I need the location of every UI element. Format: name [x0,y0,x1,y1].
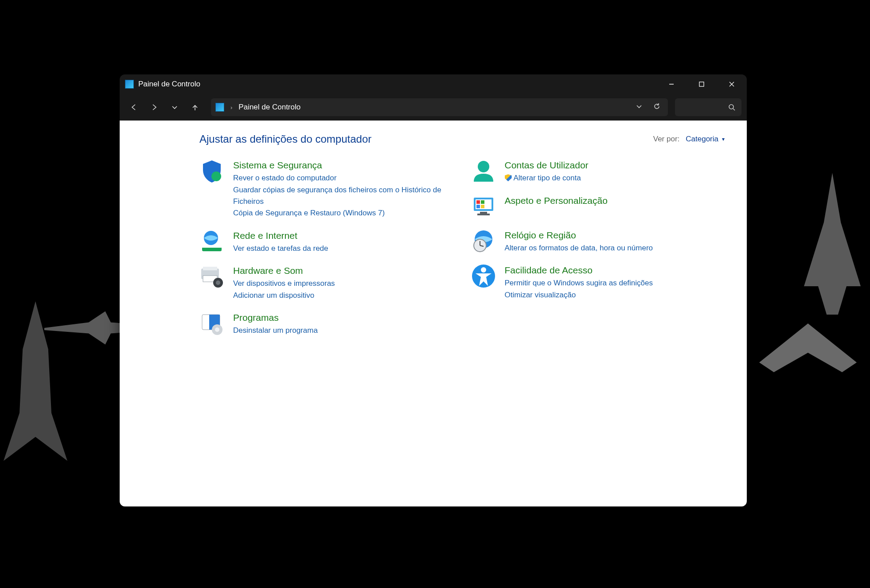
link-add-device[interactable]: Adicionar um dispositivo [233,290,335,301]
category-title[interactable]: Contas de Utilizador [505,160,589,171]
category-appearance: Aspeto e Personalização [471,194,725,219]
view-by-value: Categoria [686,135,718,144]
link-change-account-type[interactable]: Alterar tipo de conta [505,172,589,184]
breadcrumb-item[interactable]: Painel de Controlo [238,103,300,112]
category-network-internet: Rede e Internet Ver estado e tarefas da … [199,229,453,255]
link-backup-restore[interactable]: Cópia de Segurança e Restauro (Windows 7… [233,207,453,219]
link-date-time-formats[interactable]: Alterar os formatos de data, hora ou núm… [505,242,653,254]
navigation-toolbar: › Painel de Controlo [120,94,747,121]
forward-button[interactable] [145,98,163,116]
uac-shield-icon [505,174,512,181]
search-box[interactable] [675,98,741,116]
minimize-button[interactable] [656,74,687,94]
svg-point-9 [729,105,733,109]
category-programs: Programas Desinstalar um programa [199,311,453,337]
svg-rect-28 [481,200,484,204]
svg-rect-30 [481,205,484,208]
wallpaper-jet-icon [804,173,861,315]
svg-point-19 [216,280,220,285]
back-button[interactable] [125,98,143,116]
svg-rect-16 [203,267,217,270]
category-user-accounts: Contas de Utilizador Alterar tipo de con… [471,159,725,184]
link-network-status[interactable]: Ver estado e tarefas da rede [233,243,328,254]
svg-point-23 [215,327,219,332]
address-bar-icon [215,103,224,112]
wallpaper-wing-icon [759,319,857,377]
svg-line-10 [733,109,735,110]
link-suggest-settings[interactable]: Permitir que o Windows sugira as definiç… [505,277,653,289]
clock-globe-icon [471,229,496,253]
svg-marker-3 [759,323,857,372]
svg-marker-2 [804,173,861,315]
category-clock-region: Relógio e Região Alterar os formatos de … [471,229,725,254]
category-title[interactable]: Aspeto e Personalização [505,195,608,206]
svg-point-24 [478,161,489,172]
control-panel-app-icon [125,80,134,89]
svg-marker-1 [4,301,67,461]
printer-camera-icon [199,264,224,289]
link-uninstall-program[interactable]: Desinstalar um programa [233,325,318,336]
recent-locations-button[interactable] [166,98,183,116]
svg-rect-29 [476,205,480,208]
address-bar[interactable]: › Painel de Controlo [211,98,668,116]
breadcrumb-separator-icon: › [230,104,232,111]
category-title[interactable]: Facilidade de Acesso [505,265,653,276]
globe-network-icon [199,229,224,254]
address-history-button[interactable] [632,103,646,112]
up-button[interactable] [186,98,204,116]
category-ease-of-access: Facilidade de Acesso Permitir que o Wind… [471,264,725,301]
category-column-left: Sistema e Segurança Rever o estado do co… [199,159,453,347]
category-column-right: Contas de Utilizador Alterar tipo de con… [471,159,725,347]
category-title[interactable]: Programas [233,312,318,323]
category-title[interactable]: Relógio e Região [505,230,653,241]
category-title[interactable]: Sistema e Segurança [233,160,453,171]
svg-rect-32 [477,214,490,215]
link-review-status[interactable]: Rever o estado do computador [233,172,453,184]
category-hardware-sound: Hardware e Som Ver dispositivos e impres… [199,264,453,301]
svg-point-38 [481,267,486,273]
user-icon [471,159,496,183]
svg-rect-27 [476,200,480,204]
svg-rect-31 [480,212,487,214]
category-title[interactable]: Rede e Internet [233,230,328,241]
maximize-button[interactable] [687,74,717,94]
close-button[interactable] [717,74,747,94]
search-icon [728,104,735,111]
refresh-button[interactable] [650,103,663,112]
category-title[interactable]: Hardware e Som [233,265,335,276]
link-file-history[interactable]: Guardar cópias de segurança dos ficheiro… [233,184,453,208]
window-title: Painel de Controlo [138,80,200,89]
svg-point-11 [211,171,221,181]
monitor-appearance-icon [471,194,496,219]
link-optimize-display[interactable]: Otimizar visualização [505,289,653,301]
accessibility-icon [471,264,496,288]
svg-rect-5 [699,82,704,86]
page-title: Ajustar as definições do computador [199,133,371,145]
control-panel-window: Painel de Controlo › Painel de Controlo [120,74,747,506]
view-by-label: Ver por: [653,135,680,144]
link-devices-printers[interactable]: Ver dispositivos e impressoras [233,278,335,289]
programs-icon [199,311,224,336]
titlebar[interactable]: Painel de Controlo [120,74,747,94]
wallpaper-shuttle-icon [0,301,71,461]
shield-icon [199,159,224,183]
svg-rect-14 [202,246,222,248]
category-system-security: Sistema e Segurança Rever o estado do co… [199,159,453,219]
content-area: Ajustar as definições do computador Ver … [120,121,747,506]
view-by-dropdown[interactable]: Categoria [686,135,725,144]
